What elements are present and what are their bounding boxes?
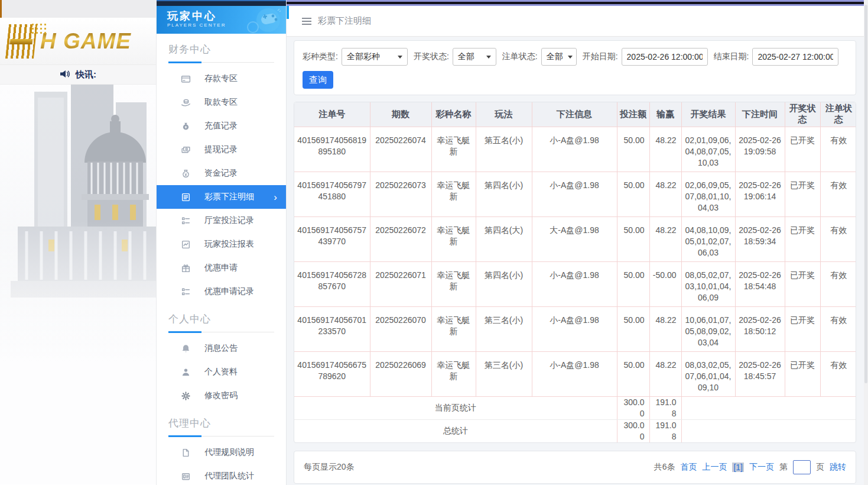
jump-page-input[interactable] <box>793 460 811 474</box>
hamburger-menu-icon[interactable] <box>302 18 311 25</box>
gamepad-icon <box>239 7 281 34</box>
cell-lottery-name: 幸运飞艇新 <box>431 216 476 261</box>
search-button[interactable]: 查询 <box>303 71 333 89</box>
sidebar-item-deposit-zone[interactable]: 存款专区 <box>157 67 286 90</box>
sidebar-item-label: 代理规则说明 <box>204 447 254 458</box>
cell-period: 20250226070 <box>370 306 431 351</box>
sidebar-item-fund-records[interactable]: 资金记录 <box>157 161 286 185</box>
sidebar-header: 玩家中心 PLAYERS CENTER <box>157 6 286 34</box>
draw-status-select[interactable]: 全部 <box>453 48 496 66</box>
logo-band: H GAME <box>0 18 156 65</box>
cell-lottery-name: 幸运飞艇新 <box>431 351 476 396</box>
table-header-row: 注单号期数彩种名称玩法下注信息投注额输赢开奖结果下注时间开奖状态注单状态 <box>294 102 856 127</box>
sidebar-item-message-announcements[interactable]: 消息公告 <box>157 337 286 360</box>
cell-draw-status: 已开奖 <box>785 216 820 261</box>
main-content: 彩票下注明细 彩种类型: 全部彩种 开奖状态: 全部 注单状态: 全部 开始日期… <box>287 0 868 485</box>
table-header-cell: 开奖状态 <box>785 102 820 127</box>
cell-period: 20250226069 <box>370 351 431 396</box>
sidebar-item-promo-apply-records[interactable]: 优惠申请记录 <box>157 280 286 303</box>
scrollbar-thumb[interactable] <box>864 5 867 383</box>
table-header-cell: 玩法 <box>476 102 532 127</box>
cell-play: 第五名(小) <box>476 127 532 172</box>
cell-draw-result: 04,08,10,09,05,01,02,07,06,03 <box>681 216 735 261</box>
sidebar-item-label: 优惠申请记录 <box>204 286 254 297</box>
summary-win-loss: 191.08 <box>649 419 681 442</box>
cell-win-loss: 48.22 <box>649 216 681 261</box>
end-date-label: 结束日期: <box>714 51 749 62</box>
jump-action-link[interactable]: 跳转 <box>830 462 846 473</box>
lottery-type-select[interactable]: 全部彩种 <box>342 48 408 66</box>
sidebar-item-label: 个人资料 <box>204 367 238 377</box>
end-date-input[interactable] <box>752 48 838 66</box>
cell-bet-info: 大-A盘@1.98 <box>532 216 617 261</box>
cell-period: 20250226072 <box>370 216 431 261</box>
bet-details-table: 注单号期数彩种名称玩法下注信息投注额输赢开奖结果下注时间开奖状态注单状态 401… <box>294 102 856 442</box>
sidebar-item-label: 玩家投注报表 <box>204 239 254 250</box>
sidebar-item-lottery-bet-details[interactable]: 彩票下注明细 › <box>157 185 286 209</box>
sidebar-item-label: 取款专区 <box>204 97 238 108</box>
table-header-cell: 期数 <box>370 102 431 127</box>
cell-bet-time: 2025-02-26 18:59:34 <box>735 216 785 261</box>
sidebar-item-hall-bet-records[interactable]: 厅室投注记录 <box>157 209 286 232</box>
sidebar-item-recharge-records[interactable]: 充值记录 <box>157 114 286 138</box>
sidebar-item-agent-team-stats[interactable]: 代理团队统计 <box>157 464 286 485</box>
section-underline <box>168 62 274 63</box>
sidebar-item-promo-apply[interactable]: 优惠申请 <box>157 256 286 280</box>
cell-amount: 50.00 <box>617 351 649 396</box>
hh-game-logo-text: H GAME <box>40 29 131 54</box>
cell-play: 第四名(小) <box>476 172 532 216</box>
prev-page-link[interactable]: 上一页 <box>702 462 727 473</box>
cell-draw-status: 已开奖 <box>785 306 820 351</box>
cell-bet-status: 有效 <box>820 306 856 351</box>
sidebar-item-label: 厅室投注记录 <box>204 215 254 226</box>
sidebar-item-player-bet-report[interactable]: 玩家投注报表 <box>157 232 286 256</box>
accent-mark <box>287 6 289 19</box>
cell-bet-id: 401569174056819895180 <box>294 127 370 172</box>
cell-bet-info: 小-A盘@1.98 <box>532 351 617 396</box>
cell-play: 第三名(小) <box>476 351 532 396</box>
table-header-cell: 投注额 <box>617 102 649 127</box>
cell-win-loss: -50.00 <box>649 261 681 306</box>
sidebar-item-personal-profile[interactable]: 个人资料 <box>157 360 286 384</box>
first-page-link[interactable]: 首页 <box>680 462 697 473</box>
draw-status-value: 全部 <box>458 51 474 62</box>
window-scrollbar[interactable] <box>864 0 868 485</box>
cell-amount: 50.00 <box>617 127 649 172</box>
sidebar-item-label: 提现记录 <box>204 144 238 155</box>
sidebar-item-label: 充值记录 <box>204 121 238 131</box>
filter-panel: 彩种类型: 全部彩种 开奖状态: 全部 注单状态: 全部 开始日期: 结束日期:… <box>294 40 856 95</box>
table-header-cell: 开奖结果 <box>681 102 735 127</box>
cell-amount: 50.00 <box>617 172 649 216</box>
bet-status-value: 全部 <box>547 51 563 62</box>
bet-status-select[interactable]: 全部 <box>541 48 577 66</box>
section-underline <box>168 435 274 437</box>
jump-suffix-text: 页 <box>816 462 824 473</box>
table-row: 401569174056675789620 20250226069 幸运飞艇新 … <box>294 351 856 396</box>
sidebar-item-withdraw-records[interactable]: 提现记录 <box>157 138 286 161</box>
sidebar-item-change-password[interactable]: 修改密码 <box>157 384 286 408</box>
money-bag-icon <box>181 121 191 131</box>
sidebar-item-agent-rules[interactable]: 代理规则说明 <box>157 441 286 464</box>
app-window: H GAME 快讯: <box>0 0 868 485</box>
promo-list-icon <box>181 287 191 297</box>
current-page-indicator: [1] <box>732 463 744 472</box>
cell-win-loss: 48.22 <box>649 172 681 216</box>
summary-amount: 300.00 <box>617 396 649 419</box>
sidebar-item-withdraw-zone[interactable]: 取款专区 <box>157 90 286 114</box>
section-title-agent: 代理中心 <box>168 416 274 430</box>
table-row: 401569174056701233570 20250226070 幸运飞艇新 … <box>294 306 856 351</box>
cell-bet-info: 小-A盘@1.98 <box>532 172 617 216</box>
sidebar-item-label: 优惠申请 <box>204 263 238 273</box>
bell-icon <box>181 344 191 354</box>
summary-win-loss: 191.08 <box>649 396 681 419</box>
cell-period: 20250226071 <box>370 261 431 306</box>
cell-period: 20250226073 <box>370 172 431 216</box>
start-date-input[interactable] <box>622 48 708 66</box>
hall-list-icon <box>181 216 191 226</box>
cell-draw-result: 02,01,09,06,04,08,07,05,10,03 <box>681 127 735 172</box>
next-page-link[interactable]: 下一页 <box>749 462 774 473</box>
menu-personal: 消息公告 个人资料 修改密码 <box>157 337 286 408</box>
total-count-text: 共6条 <box>654 462 675 473</box>
bet-details-table-card: 注单号期数彩种名称玩法下注信息投注额输赢开奖结果下注时间开奖状态注单状态 401… <box>294 102 856 443</box>
cell-lottery-name: 幸运飞艇新 <box>431 261 476 306</box>
